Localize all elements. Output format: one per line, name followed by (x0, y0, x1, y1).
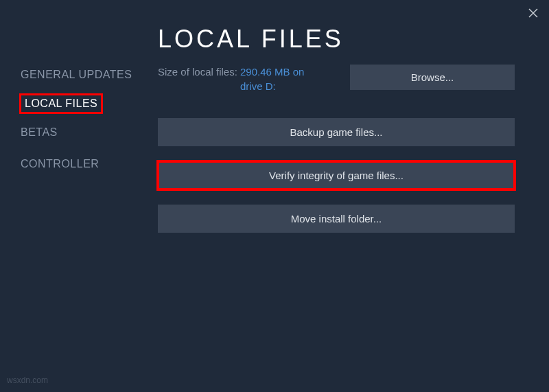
sidebar-item-label: CONTROLLER (21, 158, 99, 170)
move-install-folder-button[interactable]: Move install folder... (158, 205, 515, 233)
sidebar-item-label: BETAS (21, 126, 58, 138)
size-label: Size of local files: (158, 65, 240, 79)
size-info-row: Size of local files: 290.46 MB on drive … (158, 65, 515, 93)
backup-game-files-button[interactable]: Backup game files... (158, 118, 515, 146)
sidebar: GENERAL UPDATES LOCAL FILES BETAS CONTRO… (0, 25, 134, 392)
page-title: LOCAL FILES (158, 25, 515, 54)
sidebar-item-label: GENERAL (21, 69, 75, 80)
close-icon[interactable] (528, 8, 538, 18)
sidebar-item-label: UPDATES (78, 69, 132, 80)
size-value: 290.46 MB on drive D: (240, 65, 329, 93)
properties-dialog: GENERAL UPDATES LOCAL FILES BETAS CONTRO… (0, 0, 549, 392)
sidebar-item-controller[interactable]: CONTROLLER (21, 152, 99, 176)
watermark: wsxdn.com (7, 376, 48, 385)
sidebar-item-betas[interactable]: BETAS (21, 121, 58, 144)
sidebar-item-label: LOCAL FILES (25, 97, 97, 109)
sidebar-item-general[interactable]: GENERAL (21, 63, 75, 87)
verify-integrity-button[interactable]: Verify integrity of game files... (158, 161, 515, 189)
sidebar-item-local-files[interactable]: LOCAL FILES (21, 95, 102, 113)
sidebar-item-updates[interactable]: UPDATES (78, 63, 132, 87)
browse-button[interactable]: Browse... (350, 65, 515, 90)
main-panel: LOCAL FILES Size of local files: 290.46 … (134, 25, 549, 392)
